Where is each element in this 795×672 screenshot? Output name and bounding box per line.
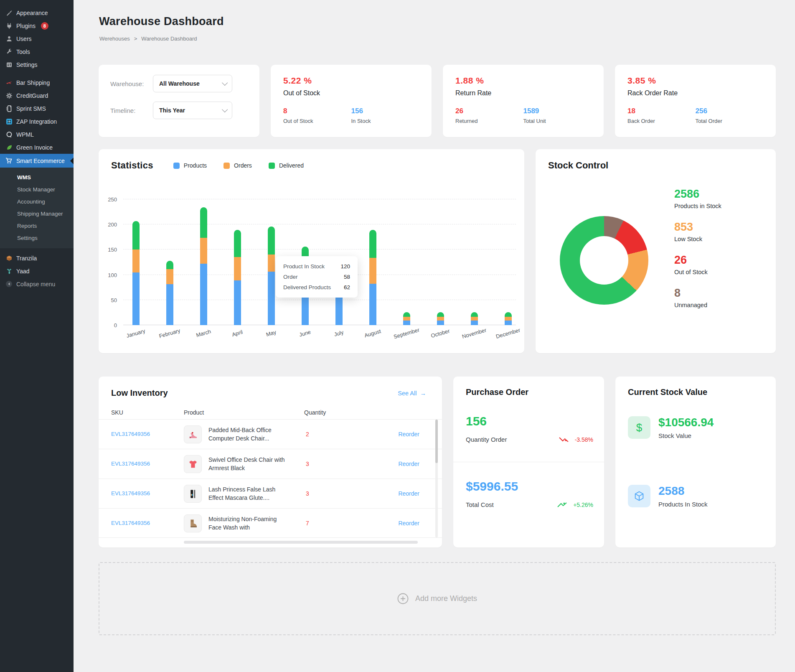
quantity-value: 3 <box>306 461 309 467</box>
settings-icon <box>5 61 13 68</box>
reorder-link[interactable]: Reorder <box>398 431 419 438</box>
product-thumbnail <box>184 455 202 473</box>
sidebar-item-tools[interactable]: Tools <box>0 45 74 58</box>
cube-icon <box>628 485 650 507</box>
tooltip-value: 62 <box>344 284 350 290</box>
stacked-bar-january[interactable] <box>132 221 140 325</box>
sku-link[interactable]: EVL317649356 <box>111 431 150 437</box>
sku-link[interactable]: EVL317649356 <box>111 520 150 526</box>
sku-link[interactable]: EVL317649356 <box>111 490 150 496</box>
bar-shipping-icon <box>5 79 13 86</box>
sidebar-item-label: Sprint SMS <box>16 105 46 112</box>
stacked-bar-april[interactable] <box>234 230 241 325</box>
bar-segment-products <box>268 272 275 325</box>
sidebar-item-sprint-sms[interactable]: Sprint SMS <box>0 102 74 115</box>
bar-segment-products <box>234 280 241 325</box>
green-invoice-icon <box>5 144 13 151</box>
tooltip-label: Order <box>283 274 298 280</box>
add-more-widgets-button[interactable]: Add more Widgets <box>99 562 776 635</box>
kpi-title: Out of Stock <box>283 89 419 97</box>
purchase-order-title: Purchase Order <box>466 387 528 397</box>
bar-segment-products <box>166 284 173 325</box>
trend-up-icon <box>557 501 569 508</box>
submenu-item-settings[interactable]: Settings <box>0 232 74 244</box>
page-title: Warehouse Dashboard <box>99 15 224 28</box>
bar-segment-orders <box>234 257 241 280</box>
boot-icon <box>184 514 202 532</box>
reorder-link[interactable]: Reorder <box>398 461 419 467</box>
breadcrumb-warehouses[interactable]: Werehouses <box>99 36 130 42</box>
submenu-item-accounting[interactable]: Accounting <box>0 196 74 208</box>
add-widgets-label: Add more Widgets <box>415 594 477 603</box>
product-name: Swivel Office Desk Chair withArmrest Bla… <box>208 456 285 472</box>
divider <box>453 462 604 462</box>
users-icon <box>5 35 13 42</box>
table-header: SKU Product Quantity <box>99 409 442 419</box>
collapse-menu-button[interactable]: Collapse menu <box>0 277 74 290</box>
sidebar-item-users[interactable]: Users <box>0 32 74 45</box>
bar-segment-orders <box>505 317 512 321</box>
sidebar-item-appearance[interactable]: Appearance <box>0 6 74 19</box>
kpi-right-label: In Stock <box>351 118 419 124</box>
sidebar-item-plugins[interactable]: Plugins 8 <box>0 19 74 32</box>
circle-plus-icon <box>397 593 409 604</box>
sidebar-item-label: WPML <box>16 131 34 138</box>
breadcrumb: Werehouses > Warehouse Dashboard <box>99 36 197 42</box>
sidebar-item-label: Tools <box>16 48 30 55</box>
bar-segment-delivered <box>200 207 207 237</box>
submenu-item-reports[interactable]: Reports <box>0 220 74 232</box>
scrollbar-thumb[interactable] <box>435 420 438 463</box>
sidebar-item-label: Appearance <box>16 10 48 16</box>
table-row: EVL317649356 Swivel Office Desk Chair wi… <box>99 449 442 479</box>
submenu-item-wms[interactable]: WMS <box>0 171 74 183</box>
timeline-select[interactable]: This Year <box>153 102 232 119</box>
reorder-link[interactable]: Reorder <box>398 490 419 497</box>
submenu-item-shipping-manager[interactable]: Shipping Manager <box>0 208 74 220</box>
sidebar-item-tranzila[interactable]: Tranzila <box>0 252 74 265</box>
stat-label: Unmanaged <box>674 302 721 308</box>
y-tick-label: 150 <box>108 247 117 253</box>
sidebar-item-wpml[interactable]: WPML <box>0 128 74 141</box>
sidebar-item-settings[interactable]: Settings <box>0 58 74 71</box>
bar-segment-products <box>471 321 478 325</box>
low-inventory-title: Low Inventory <box>111 388 168 398</box>
sidebar-item-yaad[interactable]: Yaad <box>0 265 74 277</box>
sidebar-item-creditguard[interactable]: CreditGuard <box>0 89 74 102</box>
stacked-bar-november[interactable] <box>471 312 478 325</box>
stacked-bar-october[interactable] <box>437 312 444 325</box>
quantity-value: 3 <box>306 490 309 497</box>
sku-link[interactable]: EVL317649356 <box>111 461 150 467</box>
stacked-bar-august[interactable] <box>369 230 376 325</box>
smart-ecommerce-submenu: WMS Stock Manager Accounting Shipping Ma… <box>0 168 74 248</box>
stacked-bar-september[interactable] <box>403 312 410 325</box>
stock-stat-in-stock: 2586Products in Stock <box>674 188 721 209</box>
sidebar-item-label: Plugins <box>16 23 36 29</box>
reorder-link[interactable]: Reorder <box>398 520 419 527</box>
sidebar-item-smart-ecommerce[interactable]: Smart Ecommerce <box>0 154 74 168</box>
legend-item-delivered: Delivered <box>269 162 304 169</box>
table-horizontal-scrollbar[interactable] <box>184 541 418 544</box>
stacked-bar-may[interactable] <box>268 227 275 325</box>
product-name: Padded Mid-Back OfficeComputer Desk Chai… <box>208 426 272 443</box>
submenu-item-stock-manager[interactable]: Stock Manager <box>0 183 74 196</box>
sidebar-item-bar-shipping[interactable]: Bar Shipping <box>0 76 74 89</box>
y-tick-label: 100 <box>108 272 117 278</box>
sidebar-item-green-invoice[interactable]: Green Invoice <box>0 141 74 154</box>
stock-value: $10566.94 <box>658 416 714 429</box>
quantity-order-value: 156 <box>466 414 487 428</box>
table-vertical-scrollbar[interactable] <box>435 420 438 537</box>
stacked-bar-december[interactable] <box>505 312 512 325</box>
warehouse-select[interactable]: All Warehouse <box>153 75 232 92</box>
stacked-bar-february[interactable] <box>166 261 173 325</box>
chart-y-axis: 050100150200250 <box>101 199 117 325</box>
kpi-left-label: Returned <box>455 118 523 124</box>
tools-icon <box>5 48 13 55</box>
kpi-left-label: Out of Stock <box>283 118 351 124</box>
sidebar-item-zap-integration[interactable]: ZAP Integration <box>0 115 74 128</box>
stacked-bar-march[interactable] <box>200 207 207 325</box>
see-all-link[interactable]: See All → <box>398 390 426 397</box>
stock-donut-chart[interactable] <box>560 216 648 305</box>
bar-segment-delivered <box>471 312 478 317</box>
quantity-value: 7 <box>306 520 309 527</box>
legend-label: Products <box>184 162 207 169</box>
